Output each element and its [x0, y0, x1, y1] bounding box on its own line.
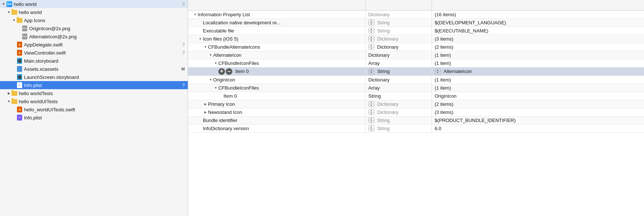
plist-row[interactable]: Item 0StringOriginIcon: [188, 92, 644, 100]
triangle-icon[interactable]: [7, 99, 11, 104]
type-stepper[interactable]: ▲▼: [368, 117, 374, 123]
type-stepper[interactable]: ▲▼: [368, 101, 374, 107]
type-label: Dictionary: [377, 36, 399, 42]
file-navigator[interactable]: hWhello world?hello worldApp IconsPNGOri…: [0, 0, 188, 216]
question-mark-icon[interactable]: ?: [182, 1, 185, 7]
triangle-icon[interactable]: [17, 26, 21, 31]
stepper-down[interactable]: ▼: [369, 39, 374, 42]
stepper-up[interactable]: ▲: [369, 28, 374, 31]
stepper-up[interactable]: ▲: [369, 101, 374, 104]
stepper-up[interactable]: ▲: [369, 118, 374, 121]
plist-row[interactable]: Information Property ListDictionary(16 i…: [188, 10, 644, 18]
row-triangle-icon[interactable]: [208, 77, 213, 82]
sidebar-item-label: hello world: [14, 1, 181, 7]
sidebar-item-hello-world-ui-tests[interactable]: hello worldUITests: [0, 97, 188, 105]
key-cell: Information Property List: [188, 10, 365, 18]
plist-row[interactable]: CFBundleIconFilesArray(1 item): [188, 84, 644, 92]
plist-row[interactable]: Executable file▲▼String$(EXECUTABLE_NAME…: [188, 27, 644, 35]
sidebar-item-launch-screen[interactable]: ⬛LaunchScreen.storyboard: [0, 73, 188, 81]
value-stepper[interactable]: ▲▼: [435, 69, 441, 74]
sidebar-item-alternate-icon[interactable]: PNGAlternateIcon@2x.png: [0, 32, 188, 41]
triangle-icon[interactable]: [12, 59, 16, 63]
value-stepper-down[interactable]: ▼: [435, 72, 440, 74]
sidebar-item-hello-world-ui-tests-swift[interactable]: Shello_worldUITests.swift: [0, 105, 188, 114]
stepper-up[interactable]: ▲: [369, 20, 374, 23]
type-stepper[interactable]: ▲▼: [368, 36, 374, 42]
sidebar-item-hello-world-root[interactable]: hWhello world?: [0, 0, 188, 8]
stepper-down[interactable]: ▼: [369, 72, 374, 74]
row-triangle-icon[interactable]: [198, 36, 203, 41]
triangle-icon[interactable]: [12, 83, 16, 87]
sidebar-item-info-plist[interactable]: PInfo.plist?: [0, 81, 188, 89]
triangle-icon[interactable]: [12, 18, 16, 22]
type-stepper[interactable]: ▲▼: [368, 109, 374, 115]
row-triangle-icon[interactable]: [203, 109, 208, 115]
type-stepper[interactable]: ▲▼: [368, 125, 374, 131]
triangle-icon[interactable]: [12, 67, 16, 71]
row-triangle-icon[interactable]: [213, 85, 218, 90]
plist-row[interactable]: Newsstand Icon▲▼Dictionary(3 items): [188, 108, 644, 116]
sidebar-item-app-delegate[interactable]: SAppDelegate.swift?: [0, 41, 188, 49]
stepper-down[interactable]: ▼: [369, 121, 374, 123]
row-triangle-icon[interactable]: [203, 101, 208, 107]
triangle-icon[interactable]: [17, 34, 21, 39]
plist-row[interactable]: InfoDictionary version▲▼String6.0: [188, 124, 644, 132]
triangle-icon[interactable]: [12, 42, 16, 47]
type-stepper[interactable]: ▲▼: [368, 20, 374, 25]
stepper-up[interactable]: ▲: [369, 126, 374, 129]
triangle-icon[interactable]: [12, 107, 16, 112]
sidebar-item-hello-world-tests[interactable]: hello worldTests: [0, 89, 188, 97]
folder-icon: [16, 17, 23, 24]
sidebar-item-hello-world-group[interactable]: hello world: [0, 8, 188, 16]
sidebar-item-app-icons-group[interactable]: App Icons: [0, 16, 188, 24]
sidebar-item-origin-icon[interactable]: PNGOriginIcon@2x.png: [0, 24, 188, 32]
type-stepper[interactable]: ▲▼: [368, 28, 374, 34]
type-column-header: [365, 0, 432, 10]
value-cell: $(EXECUTABLE_NAME): [432, 27, 644, 35]
stepper-down[interactable]: ▼: [369, 47, 374, 50]
plist-row[interactable]: Primary Icon▲▼Dictionary(2 items): [188, 100, 644, 108]
triangle-icon[interactable]: [7, 91, 11, 95]
stepper-down[interactable]: ▼: [369, 129, 374, 131]
row-add-remove-controls[interactable]: +−: [218, 68, 233, 75]
remove-row-button[interactable]: −: [226, 68, 232, 75]
type-stepper[interactable]: ▲▼: [368, 69, 374, 74]
plist-row[interactable]: CFBundleIconFilesArray(1 item): [188, 59, 644, 67]
plist-row[interactable]: Icon files (iOS 5)▲▼Dictionary(3 items): [188, 35, 644, 43]
key-cell: InfoDictionary version: [188, 124, 365, 132]
question-mark-icon[interactable]: ?: [182, 42, 185, 48]
question-mark-icon[interactable]: ?: [182, 50, 185, 56]
stepper-up[interactable]: ▲: [369, 44, 374, 47]
plist-row[interactable]: +−Item 0▲▼String▲▼AlternateIcon: [188, 67, 644, 76]
triangle-icon[interactable]: [12, 75, 16, 79]
question-mark-icon[interactable]: ?: [182, 83, 185, 88]
add-row-button[interactable]: +: [218, 68, 225, 75]
sidebar-item-view-controller[interactable]: SViewController.swift?: [0, 49, 188, 57]
triangle-icon[interactable]: [12, 50, 16, 55]
sidebar-item-assets-xcassets[interactable]: Assets.xcassetsM: [0, 65, 188, 73]
row-triangle-icon[interactable]: [203, 44, 208, 49]
stepper-up[interactable]: ▲: [369, 36, 374, 39]
stepper-down[interactable]: ▼: [369, 112, 374, 115]
project-icon: hW: [6, 1, 13, 7]
stepper-down[interactable]: ▼: [369, 104, 374, 107]
triangle-icon[interactable]: [1, 2, 6, 6]
stepper-down[interactable]: ▼: [369, 23, 374, 25]
plist-row[interactable]: AlternateIconDictionary(1 item): [188, 51, 644, 59]
triangle-icon[interactable]: [12, 115, 16, 120]
sidebar-item-main-storyboard[interactable]: ⬛Main.storyboard: [0, 57, 188, 65]
stepper-down[interactable]: ▼: [369, 31, 374, 34]
sidebar-item-info-plist-2[interactable]: PInfo.plist: [0, 114, 188, 122]
stepper-up[interactable]: ▲: [369, 109, 374, 112]
plist-row[interactable]: Bundle identifier▲▼String$(PRODUCT_BUNDL…: [188, 116, 644, 124]
plist-row[interactable]: Localization native development re...▲▼S…: [188, 18, 644, 27]
plist-row[interactable]: OriginIconDictionary(1 item): [188, 76, 644, 84]
stepper-up[interactable]: ▲: [369, 69, 374, 72]
value-stepper-up[interactable]: ▲: [435, 69, 440, 72]
row-triangle-icon[interactable]: [213, 60, 218, 66]
triangle-icon[interactable]: [7, 10, 11, 14]
plist-row[interactable]: CFBundleAlternateIcons▲▼Dictionary(2 ite…: [188, 43, 644, 51]
row-triangle-icon[interactable]: [193, 12, 198, 17]
row-triangle-icon[interactable]: [208, 52, 213, 58]
type-stepper[interactable]: ▲▼: [368, 44, 374, 50]
